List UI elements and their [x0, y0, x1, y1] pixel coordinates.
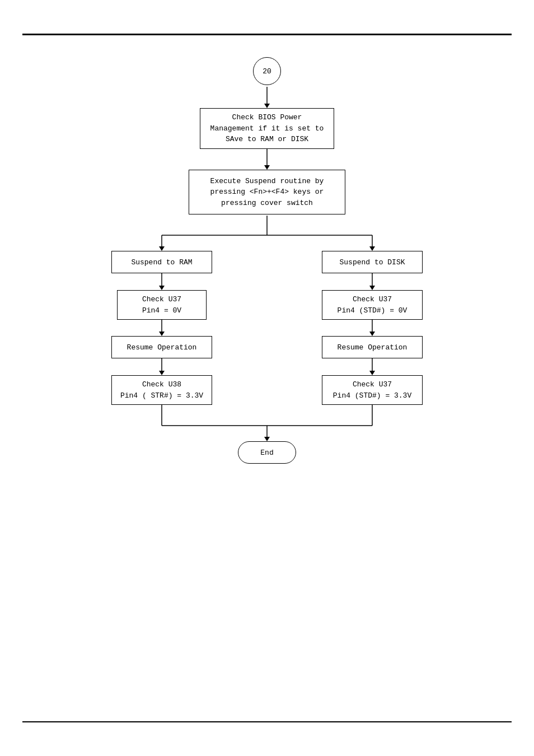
node-check-u37-ram: Check U37 Pin4 = 0V [117, 290, 207, 320]
node-suspend-ram: Suspend to RAM [111, 251, 212, 273]
node-resume-disk: Resume Operation [322, 336, 423, 358]
node-check-u37-end: Check U37 Pin4 (STD#) = 3.3V [322, 375, 423, 405]
node-check-bios: Check BIOS Power Management if it is set… [200, 108, 334, 149]
svg-marker-15 [159, 332, 165, 336]
svg-marker-3 [264, 165, 270, 170]
svg-marker-7 [159, 246, 165, 251]
node-check-u38: Check U38 Pin4 ( STR#) = 3.3V [111, 375, 212, 405]
svg-marker-13 [369, 286, 375, 290]
node-resume-ram: Resume Operation [111, 336, 212, 358]
svg-marker-17 [369, 332, 375, 336]
node-check-u37-disk: Check U37 Pin4 (STD#) = 0V [322, 290, 423, 320]
node-end: End [238, 441, 296, 464]
svg-marker-1 [264, 104, 270, 108]
node-20: 20 [253, 57, 281, 85]
node-suspend-disk: Suspend to DISK [322, 251, 423, 273]
svg-marker-11 [159, 286, 165, 290]
bottom-border [22, 721, 512, 722]
svg-marker-21 [369, 371, 375, 375]
svg-marker-9 [369, 246, 375, 251]
svg-marker-26 [264, 437, 270, 441]
diagram: 20 Check BIOS Power Management if it is … [0, 45, 534, 711]
diagram-inner: 20 Check BIOS Power Management if it is … [54, 45, 480, 661]
node-execute: Execute Suspend routine by pressing <Fn>… [189, 170, 345, 214]
svg-marker-19 [159, 371, 165, 375]
top-border [22, 34, 512, 35]
